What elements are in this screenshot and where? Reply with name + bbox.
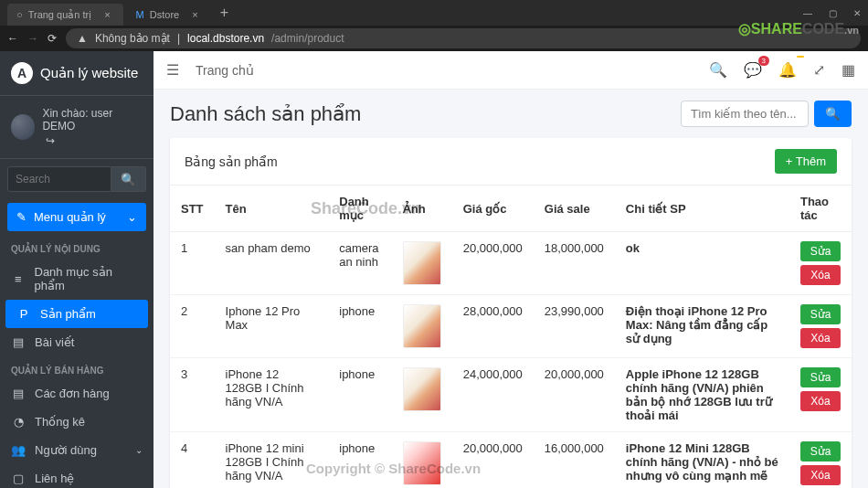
sidebar-item-icon: P bbox=[16, 307, 31, 321]
logout-icon[interactable]: ↪ bbox=[46, 134, 143, 147]
sidebar-item[interactable]: ▤Các đơn hàng bbox=[0, 379, 153, 408]
sidebar-item-label: Thống kê bbox=[35, 415, 85, 429]
close-window-icon[interactable]: ✕ bbox=[853, 8, 861, 18]
sidebar-item[interactable]: ▢Liên hệ bbox=[0, 464, 153, 488]
product-search-button[interactable]: 🔍 bbox=[814, 101, 852, 127]
sidebar-item[interactable]: ◔Thống kê bbox=[0, 408, 153, 436]
avatar[interactable] bbox=[11, 114, 35, 140]
cell-name: iPhone 12 mini 128GB I Chính hãng VN/A bbox=[215, 432, 329, 489]
col-sale: Giá sale bbox=[534, 186, 615, 232]
sidebar-item-label: Các đơn hàng bbox=[35, 387, 110, 400]
cell-name: san pham demo bbox=[215, 232, 329, 295]
products-table: STT Tên Danh mục Ảnh Giá gốc Giá sale Ch… bbox=[170, 186, 852, 488]
sidebar-item-label: Bài viết bbox=[35, 335, 74, 349]
chevron-down-icon: ⌄ bbox=[135, 445, 143, 455]
notifications-icon[interactable]: 🔔 bbox=[778, 61, 797, 79]
cell-stt: 2 bbox=[170, 295, 215, 358]
delete-button[interactable]: Xóa bbox=[800, 265, 841, 285]
browser-tab-active[interactable]: ○ Trang quản trị × bbox=[7, 4, 123, 26]
menu-toggle-label: Menu quản lý bbox=[34, 210, 106, 224]
cell-cat: iphone bbox=[328, 432, 391, 489]
url-path: /admin/product bbox=[271, 32, 344, 45]
new-tab-button[interactable]: + bbox=[215, 3, 234, 23]
table-row: 3iPhone 12 128GB I Chính hãng VN/Aiphone… bbox=[170, 358, 852, 432]
cell-sale: 20,000,000 bbox=[534, 358, 615, 432]
sidebar-section-content: QUẢN LÝ NỘI DUNG bbox=[0, 235, 153, 258]
cell-img bbox=[392, 295, 452, 358]
cell-stt: 4 bbox=[170, 432, 215, 489]
messages-icon[interactable]: 💬3 bbox=[744, 61, 762, 79]
sidebar-item-icon: ▤ bbox=[11, 387, 26, 400]
nav-forward-icon[interactable]: → bbox=[27, 32, 38, 45]
cell-sale: 16,000,000 bbox=[534, 432, 615, 489]
sidebar-search: 🔍 bbox=[0, 159, 153, 199]
edit-button[interactable]: Sửa bbox=[800, 441, 841, 461]
cell-sale: 18,000,000 bbox=[534, 232, 615, 295]
page-title: Danh sách sản phẩm bbox=[170, 102, 361, 126]
edit-button[interactable]: Sửa bbox=[800, 304, 841, 324]
menu-toggle-button[interactable]: ✎ Menu quản lý ⌄ bbox=[7, 203, 146, 231]
edit-button[interactable]: Sửa bbox=[800, 241, 841, 261]
cell-name: Iphone 12 Pro Max bbox=[215, 295, 329, 358]
nav-reload-icon[interactable]: ⟳ bbox=[48, 32, 57, 45]
delete-button[interactable]: Xóa bbox=[800, 391, 841, 411]
cell-price: 28,000,000 bbox=[452, 295, 534, 358]
message-badge: 3 bbox=[758, 56, 769, 66]
cell-img bbox=[392, 358, 452, 432]
browser-tab[interactable]: M Dstore × bbox=[127, 4, 211, 26]
sidebar-item-icon: ≡ bbox=[11, 272, 26, 286]
main-area: ☰ Trang chủ 🔍 💬3 🔔 ⤢ ▦ Danh sách sản phẩ… bbox=[153, 51, 868, 488]
minimize-icon[interactable]: — bbox=[803, 8, 812, 18]
cell-detail: Apple iPhone 12 128GB chính hãng (VN/A) … bbox=[615, 358, 789, 432]
sidebar-item-icon: 👥 bbox=[11, 443, 26, 457]
sidebar-item-icon: ▤ bbox=[11, 335, 26, 349]
delete-button[interactable]: Xóa bbox=[800, 465, 841, 485]
insecure-label: Không bảo mật bbox=[95, 32, 170, 45]
nav-back-icon[interactable]: ← bbox=[7, 32, 18, 45]
fullscreen-icon[interactable]: ⤢ bbox=[813, 61, 825, 79]
cell-detail: iPhone 12 Mini 128GB chính hãng (VN/A) -… bbox=[615, 432, 789, 489]
col-name: Tên bbox=[215, 186, 329, 232]
cell-img bbox=[392, 232, 452, 295]
tab-favicon: M bbox=[136, 9, 144, 20]
product-thumb bbox=[403, 304, 441, 348]
col-cat: Danh mục bbox=[328, 186, 391, 232]
sidebar-search-input[interactable] bbox=[7, 166, 111, 192]
cell-stt: 3 bbox=[170, 358, 215, 432]
user-greeting: Xin chào: user DEMO bbox=[42, 107, 143, 133]
apps-grid-icon[interactable]: ▦ bbox=[842, 61, 855, 79]
search-icon[interactable]: 🔍 bbox=[709, 61, 727, 79]
brand-logo-icon: A bbox=[11, 62, 33, 84]
sidebar: A Quản lý website Xin chào: user DEMO ↪ … bbox=[0, 51, 153, 488]
product-search-input[interactable] bbox=[681, 101, 809, 127]
sidebar-item[interactable]: ▤Bài viết bbox=[0, 328, 153, 356]
hamburger-icon[interactable]: ☰ bbox=[166, 61, 179, 79]
page-content: Danh sách sản phẩm 🔍 Bảng sản phẩm + Thê… bbox=[153, 90, 868, 488]
brand[interactable]: A Quản lý website bbox=[0, 51, 153, 96]
watermark-logo: ◎SHARECODE.vn bbox=[738, 20, 859, 37]
cell-detail: Điện thoại iPhone 12 Pro Max: Nâng tầm đ… bbox=[615, 295, 789, 358]
chevron-down-icon: ⌄ bbox=[127, 210, 137, 224]
cell-actions: SửaXóa bbox=[789, 432, 852, 489]
col-stt: STT bbox=[170, 186, 215, 232]
close-icon[interactable]: × bbox=[104, 9, 110, 20]
breadcrumb[interactable]: Trang chủ bbox=[196, 63, 254, 78]
table-row: 4iPhone 12 mini 128GB I Chính hãng VN/Ai… bbox=[170, 432, 852, 489]
cell-cat: camera an ninh bbox=[328, 232, 391, 295]
sidebar-item[interactable]: 👥Người dùng⌄ bbox=[0, 436, 153, 464]
add-product-button[interactable]: + Thêm bbox=[775, 149, 837, 174]
sidebar-item-label: Sản phẩm bbox=[40, 307, 96, 321]
close-icon[interactable]: × bbox=[192, 9, 197, 20]
cell-price: 20,000,000 bbox=[452, 432, 534, 489]
sidebar-item-label: Liên hệ bbox=[35, 472, 74, 485]
sidebar-item[interactable]: PSản phẩm bbox=[5, 300, 148, 328]
sidebar-search-button[interactable]: 🔍 bbox=[111, 166, 146, 192]
maximize-icon[interactable]: ▢ bbox=[829, 8, 837, 18]
sidebar-item[interactable]: ≡Danh mục sản phẩm bbox=[0, 258, 153, 300]
cell-price: 24,000,000 bbox=[452, 358, 534, 432]
tab-label: Trang quản trị bbox=[28, 9, 92, 21]
edit-button[interactable]: Sửa bbox=[800, 367, 841, 387]
sidebar-item-icon: ◔ bbox=[11, 415, 26, 429]
delete-button[interactable]: Xóa bbox=[800, 328, 841, 348]
col-price: Giá gốc bbox=[452, 186, 534, 232]
